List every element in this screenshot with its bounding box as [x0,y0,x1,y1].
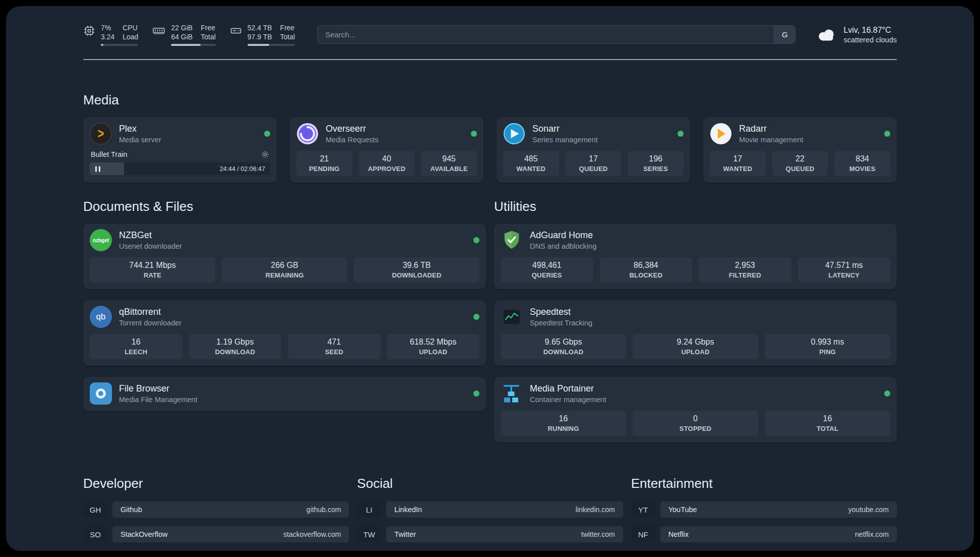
bookmark-name: Github [120,506,142,514]
now-playing-title: Bullet Train [91,150,128,158]
stat-value: 86,384 [634,261,658,270]
bookmark-netflix[interactable]: NF Netflix netflix.com [631,526,897,542]
service-stats: 16 RUNNING 0 STOPPED 16 TOTAL [501,411,890,436]
bookmark-pill: StackOverflow stackoverflow.com [112,526,349,542]
disk-free-value: 52.4 TB [248,23,272,32]
service-link-plex[interactable]: > Plex Media server [90,123,270,145]
bookmarks-entertainment: Entertainment YT YouTube youtube.com NF … [631,476,897,551]
stat-label: TOTAL [817,425,838,432]
qbittorrent-logo-text: qb [96,312,106,322]
service-name: Radarr [739,124,803,134]
weather-location: Lviv, 16.87°C [843,26,897,35]
stat-box: 266 GB REMAINING [222,257,347,283]
stat-box: 86,384 BLOCKED [600,257,693,283]
service-name: Sonarr [532,124,598,134]
plex-chevron-glyph: > [98,126,104,142]
bookmark-domain: github.com [307,506,341,514]
service-link-filebrowser[interactable]: File Browser Media File Management [90,382,479,405]
stat-label: LEECH [125,348,147,356]
service-subtitle: Usenet downloader [119,242,182,250]
pause-icon[interactable] [94,166,101,172]
stat-box: 16 LEECH [90,334,182,359]
service-link-qbittorrent[interactable]: qb qBittorrent Torrent downloader [90,306,479,328]
service-name: Speedtest [530,307,592,317]
bookmark-name: YouTube [668,506,697,514]
bookmark-youtube[interactable]: YT YouTube youtube.com [631,502,897,518]
service-link-nzbget[interactable]: nzbget NZBGet Usenet downloader [90,229,479,251]
stat-label: AVAILABLE [431,165,468,173]
bookmark-stackoverflow[interactable]: SO StackOverflow stackoverflow.com [83,526,349,542]
stat-value: 16 [559,414,568,423]
stat-value: 22 [795,154,805,163]
bookmark-abbr: YT [631,502,655,518]
bookmark-pill: Twitter twitter.com [386,526,623,542]
stat-value: 9.65 Gbps [545,338,582,347]
service-card-sonarr: Sonarr Series management 485 WANTED 17 Q… [497,117,690,183]
bookmark-twitter[interactable]: TW Twitter twitter.com [357,526,623,542]
bookmark-name: Netflix [668,530,689,538]
stat-label: UPLOAD [419,348,447,356]
search-input[interactable] [318,26,774,43]
disk-total-label: Total [280,32,295,41]
search-provider-button[interactable]: G [774,26,795,43]
bookmark-abbr: SO [83,526,107,542]
stat-value: 9.24 Gbps [677,338,714,347]
bookmark-domain: netflix.com [855,530,889,538]
service-link-overseerr[interactable]: Overseerr Media Requests [296,123,477,145]
disk-icon [230,25,242,37]
disk-usage-bar [248,44,295,46]
status-dot [264,131,270,137]
overseerr-icon [296,123,319,145]
stat-box: 0.993 ms PING [765,334,890,359]
bookmark-github[interactable]: GH Github github.com [83,502,349,518]
disk-free-label: Free [280,23,295,32]
cpu-usage-bar [101,44,138,46]
stat-label: APPROVED [368,165,406,173]
stat-box: 17 QUEUED [566,151,622,176]
service-card-qbittorrent: qb qBittorrent Torrent downloader 16 LEE… [83,300,486,366]
gear-icon[interactable] [261,150,269,158]
playback-progress-bar[interactable]: 24:44 / 02:06:47 [90,162,270,175]
service-link-portainer[interactable]: Media Portainer Container management [501,382,890,405]
service-subtitle: Series management [532,136,598,144]
stat-box: 2,953 FILTERED [699,257,791,283]
stat-label: QUEUED [786,165,815,173]
stat-value: 266 GB [271,261,298,270]
cpu-load-value: 3.24 [101,32,114,41]
adguard-icon [501,229,523,251]
status-dot [473,314,479,320]
service-name: AdGuard Home [530,230,596,241]
stat-label: REMAINING [265,271,303,279]
service-subtitle: DNS and adblocking [530,242,596,250]
service-link-radarr[interactable]: Radarr Movie management [710,123,890,145]
section-title-entertainment: Entertainment [631,476,897,491]
stat-box: 16 TOTAL [765,411,890,436]
service-card-nzbget: nzbget NZBGet Usenet downloader 744.21 M… [83,224,486,289]
service-card-portainer: Media Portainer Container management 16 … [494,377,897,442]
service-stats: 21 PENDING 40 APPROVED 945 AVAILABLE [296,151,477,176]
cpu-label-top: CPU [122,23,138,32]
dashboard: 7% CPU 3.24 Load 22 GiB [6,6,974,551]
sonarr-icon [503,123,525,145]
cpu-label-bottom: Load [122,32,138,41]
stat-value: 2,953 [735,261,755,270]
bookmark-pill: Netflix netflix.com [660,526,897,542]
service-link-adguard[interactable]: AdGuard Home DNS and adblocking [501,229,890,251]
bookmark-linkedin[interactable]: LI LinkedIn linkedin.com [357,502,623,518]
bookmark-abbr: GH [83,502,107,518]
stat-value: 945 [442,154,456,163]
stat-label: PING [819,348,836,356]
stat-value: 485 [524,154,538,163]
stat-box: 21 PENDING [296,151,352,176]
service-name: Plex [119,124,161,134]
bookmark-pill: Github github.com [112,502,349,518]
topbar-divider [83,59,897,60]
stat-value: 47.571 ms [825,261,863,270]
stat-box: 498,461 QUERIES [501,257,593,283]
service-link-sonarr[interactable]: Sonarr Series management [503,123,684,145]
bookmark-pill: LinkedIn linkedin.com [386,502,623,518]
service-link-speedtest[interactable]: Speedtest Speedtest Tracking [501,306,890,328]
service-card-adguard: AdGuard Home DNS and adblocking 498,461 … [494,224,897,289]
stat-label: DOWNLOADED [392,271,441,279]
nzbget-icon: nzbget [90,229,112,251]
